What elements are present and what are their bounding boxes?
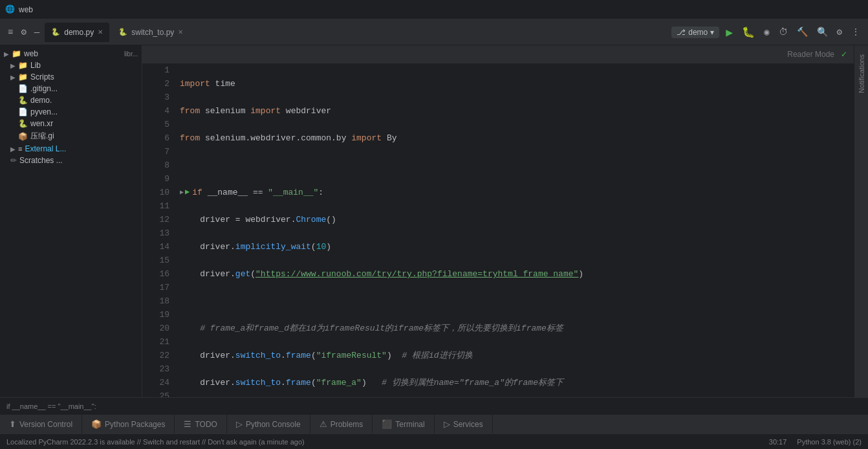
git-branch-button[interactable]: ⎇ demo ▾ (671, 27, 719, 38)
editor-header: Reader Mode ✓ (142, 45, 854, 63)
sidebar-arrow-lib: ▶ (10, 62, 16, 69)
folder-icon-external: ≡ (18, 145, 22, 153)
services-label: Services (453, 420, 483, 429)
debug-button[interactable]: 🐛 (739, 25, 757, 40)
code-line-12: driver.switch_to.frame("frame_a") # 切换到属… (180, 376, 849, 389)
sidebar-item-wenxr[interactable]: 🐍 wen.xr (0, 118, 142, 129)
sidebar-label-external: External L... (25, 144, 66, 153)
code-line-10: # frame_a和frame_d都在id为iframeResult的ifram… (180, 322, 849, 335)
tab-demo-py-label: demo.py (64, 28, 94, 37)
sidebar-lib-label: libr... (124, 50, 138, 58)
bottom-tab-todo[interactable]: ☰ TODO (175, 415, 226, 433)
problems-icon: ⚠ (320, 419, 327, 429)
bottom-tab-terminal[interactable]: ⬛ Terminal (373, 415, 434, 433)
coverage-button[interactable]: ◉ (761, 25, 772, 39)
tab-demo-py-close[interactable]: ✕ (98, 28, 103, 36)
file-icon-yazhu: 📦 (18, 132, 28, 141)
sidebar-arrow-external: ▶ (10, 146, 16, 153)
status-line-col: 30:17 (769, 438, 787, 446)
tab-switch-to-py-close[interactable]: ✕ (178, 28, 183, 36)
code-line-3: from selenium.webdriver.common.by import… (180, 131, 849, 145)
problems-label: Problems (331, 420, 363, 429)
file-icon-pyvenv: 📄 (18, 107, 28, 116)
sidebar-label-scratches: Scratches ... (19, 156, 63, 165)
bottom-tab-problems[interactable]: ⚠ Problems (310, 415, 373, 433)
profile-button[interactable]: ⏱ (776, 26, 790, 39)
sidebar-item-scratches[interactable]: ✏ Scratches ... (0, 155, 142, 166)
version-control-icon: ⬆ (9, 419, 16, 429)
sidebar-item-demo[interactable]: 🐍 demo. (0, 94, 142, 106)
sidebar-item-web[interactable]: ▶ 📁 web libr... (0, 48, 142, 60)
python-packages-icon: 📦 (91, 419, 102, 429)
code-line-2: from selenium import webdriver (180, 104, 849, 118)
bottom-breadcrumb: if __name__ == "__main__": (0, 397, 868, 414)
todo-icon: ☰ (184, 419, 191, 429)
sidebar-label-gitignore: .gitign... (30, 84, 58, 93)
status-bar: Localized PyCharm 2022.2.3 is available … (0, 433, 868, 449)
main-area: ▶ 📁 web libr... ▶ 📁 Lib ▶ 📁 Scripts 📄 .g… (0, 45, 868, 397)
bottom-tab-python-console[interactable]: ▷ Python Console (227, 415, 310, 433)
sidebar-toggle-icon[interactable]: ≡ (5, 26, 16, 39)
code-line-8: driver.get("https://www.runoob.com/try/t… (180, 267, 849, 281)
sidebar-label-wenxr: wen.xr (30, 119, 53, 128)
folder-icon-scripts: 📁 (18, 72, 28, 82)
search-button[interactable]: 🔍 (814, 25, 830, 39)
services-icon: ▷ (444, 419, 450, 429)
version-control-label: Version Control (19, 420, 72, 429)
settings-button[interactable]: ⚙ (834, 25, 845, 39)
notifications-label: Notifications (858, 54, 865, 93)
breadcrumb-text: if __name__ == "__main__": (6, 402, 96, 410)
settings-icon[interactable]: ⚙ (18, 25, 28, 39)
code-line-1: import time (180, 77, 849, 91)
branch-label: demo (688, 28, 708, 37)
more-button[interactable]: ⋮ (849, 25, 863, 39)
sidebar-item-scripts[interactable]: ▶ 📁 Scripts (0, 71, 142, 83)
bottom-tab-python-packages[interactable]: 📦 Python Packages (82, 415, 175, 433)
code-line-4 (180, 159, 849, 172)
title-bar-icon: 🌐 (5, 5, 15, 14)
python-packages-label: Python Packages (105, 420, 165, 429)
sidebar-item-gitignore[interactable]: 📄 .gitign... (0, 83, 142, 94)
sidebar-label-demo: demo. (30, 96, 52, 105)
code-line-6: driver = webdriver.Chrome() (180, 213, 849, 226)
sidebar-item-external[interactable]: ▶ ≡ External L... (0, 143, 142, 155)
tab-switch-to-py[interactable]: 🐍 switch_to.py ✕ (112, 23, 190, 42)
run-button[interactable]: ▶ (723, 24, 735, 41)
title-bar-left: 🌐 web (5, 5, 33, 14)
folder-icon-web: 📁 (12, 49, 21, 58)
status-notification: Localized PyCharm 2022.2.3 is available … (6, 438, 305, 446)
tab-demo-py-icon: 🐍 (51, 28, 60, 36)
file-icon-wenxr: 🐍 (18, 119, 28, 128)
sidebar-item-yazhu[interactable]: 📦 压缩.gi (0, 129, 142, 143)
folder-icon-lib: 📁 (18, 61, 28, 70)
code-line-7: driver.implicitly_wait(10) (180, 240, 849, 254)
editor-area: Reader Mode ✓ 1234 5678 9101112 13141516… (142, 45, 854, 397)
bottom-tab-services[interactable]: ▷ Services (435, 415, 493, 433)
line-numbers: 1234 5678 9101112 13141516 17181920 2122… (142, 63, 175, 397)
reader-mode-label: Reader Mode (787, 50, 834, 59)
tab-demo-py[interactable]: 🐍 demo.py ✕ (45, 23, 109, 42)
sidebar-item-pyvenv[interactable]: 📄 pyven... (0, 106, 142, 118)
reader-mode-check[interactable]: ✓ (841, 50, 847, 59)
notifications-panel: Notifications (854, 45, 868, 397)
sidebar-item-lib[interactable]: ▶ 📁 Lib (0, 60, 142, 71)
status-right: 30:17 Python 3.8 (web) (2) (769, 438, 862, 446)
code-line-5: ▶▶if __name__ == "__main__": (180, 186, 849, 199)
build-button[interactable]: 🔨 (794, 25, 810, 39)
file-icon-gitignore: 📄 (18, 84, 28, 93)
toolbar: ≡ ⚙ — 🐍 demo.py ✕ 🐍 switch_to.py ✕ ⎇ dem… (0, 19, 868, 45)
bottom-tab-version-control[interactable]: ⬆ Version Control (0, 415, 82, 433)
code-editor[interactable]: 1234 5678 9101112 13141516 17181920 2122… (142, 63, 854, 397)
todo-label: TODO (195, 420, 217, 429)
sidebar-arrow-scripts: ▶ (10, 74, 16, 81)
minimize-icon[interactable]: — (32, 26, 42, 39)
tab-switch-to-py-icon: 🐍 (118, 28, 127, 36)
terminal-label: Terminal (395, 420, 424, 429)
code-line-9 (180, 294, 849, 308)
branch-icon: ⎇ (677, 28, 686, 37)
sidebar-label-web: web (24, 49, 38, 58)
code-content[interactable]: import time from selenium import webdriv… (175, 63, 854, 397)
terminal-icon: ⬛ (382, 419, 392, 429)
python-console-label: Python Console (246, 420, 301, 429)
sidebar-arrow-web: ▶ (4, 50, 9, 58)
